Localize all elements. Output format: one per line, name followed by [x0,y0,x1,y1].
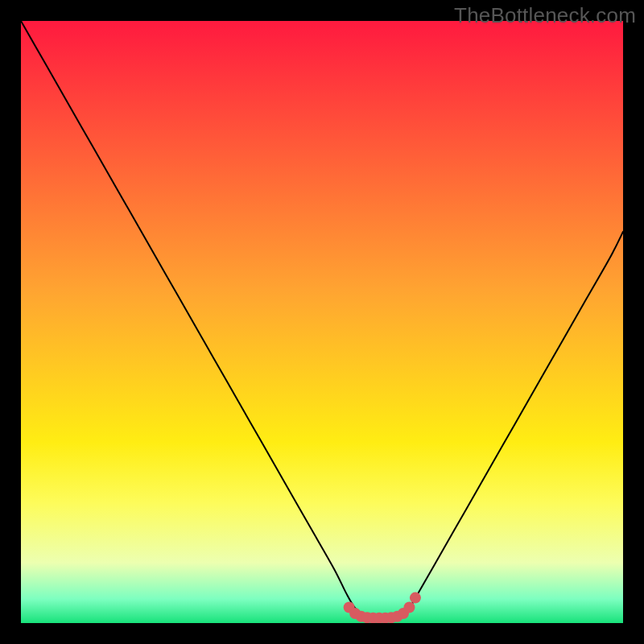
marker-layer [21,21,623,623]
trough-marker [403,602,415,613]
plot-area [21,21,623,623]
trough-marker [410,592,421,604]
watermark-text: TheBottleneck.com [454,3,636,28]
trough-markers [344,592,421,623]
chart-canvas: TheBottleneck.com [0,0,644,644]
